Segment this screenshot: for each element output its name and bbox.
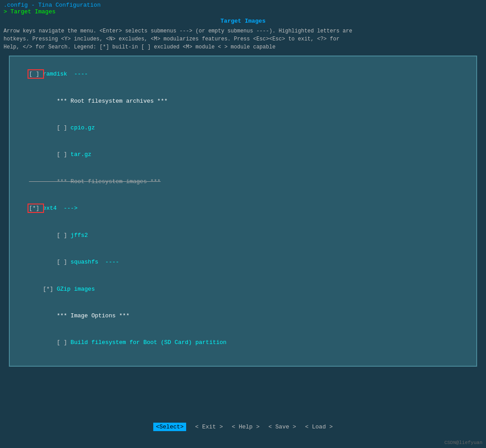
title-bar: .config - Tina Configuration > Target Im… <box>0 0 486 17</box>
menu-item-cpio-gz[interactable]: [ ] cpio.gz <box>15 115 471 141</box>
menu-item-ext4[interactable]: [*] ext4 ---> <box>15 195 471 222</box>
menu-item-gzip[interactable]: [*] GZip images <box>15 276 471 302</box>
select-button[interactable]: <Select> <box>153 423 186 431</box>
menu-item-root-fs-archives: *** Root filesystem archives *** <box>15 88 471 114</box>
menu-item-root-fs-images: *** Root filesystem images *** <box>15 168 471 195</box>
menu-item-image-options: *** Image Options *** <box>15 303 471 329</box>
section-title: Target Images <box>220 18 265 24</box>
help-button[interactable]: < Help > <box>232 424 259 430</box>
main-content: [ ] ramdisk ---- *** Root filesystem arc… <box>9 56 477 367</box>
header-area: Target Images <box>0 17 486 26</box>
config-title: .config - Tina Configuration <box>4 2 100 8</box>
bottom-bar: <Select> < Exit > < Help > < Save > < Lo… <box>0 419 486 435</box>
help-line2: hotkeys. Pressing <Y> includes, <N> excl… <box>4 35 482 43</box>
help-text: Arrow keys navigate the menu. <Enter> se… <box>0 26 486 54</box>
menu-item-jffs2[interactable]: [ ] jffs2 <box>15 222 471 249</box>
breadcrumb-arrow: > <box>4 8 11 15</box>
load-button[interactable]: < Load > <box>305 424 333 430</box>
save-button[interactable]: < Save > <box>268 424 296 430</box>
help-line1: Arrow keys navigate the menu. <Enter> se… <box>4 27 482 35</box>
menu-item-tar-gz[interactable]: [ ] tar.gz <box>15 141 471 168</box>
exit-button[interactable]: < Exit > <box>195 424 223 430</box>
menu-item-ramdisk[interactable]: [ ] ramdisk ---- <box>15 61 471 88</box>
menu-item-squashfs[interactable]: [ ] squashfs ---- <box>15 249 471 276</box>
menu-item-build-fs-boot[interactable]: [ ] Build filesystem for Boot (SD Card) … <box>15 329 471 356</box>
breadcrumb: Target Images <box>11 8 56 15</box>
ramdisk-outline: [ ] <box>29 71 43 77</box>
watermark: CSDN@liefyuan <box>444 440 482 445</box>
help-line3: Help, </> for Search. Legend: [*] built-… <box>4 43 482 51</box>
menu-item-boot-kernel-format[interactable]: Boot (SD Card) Kernel format (boot.img) … <box>15 356 471 367</box>
